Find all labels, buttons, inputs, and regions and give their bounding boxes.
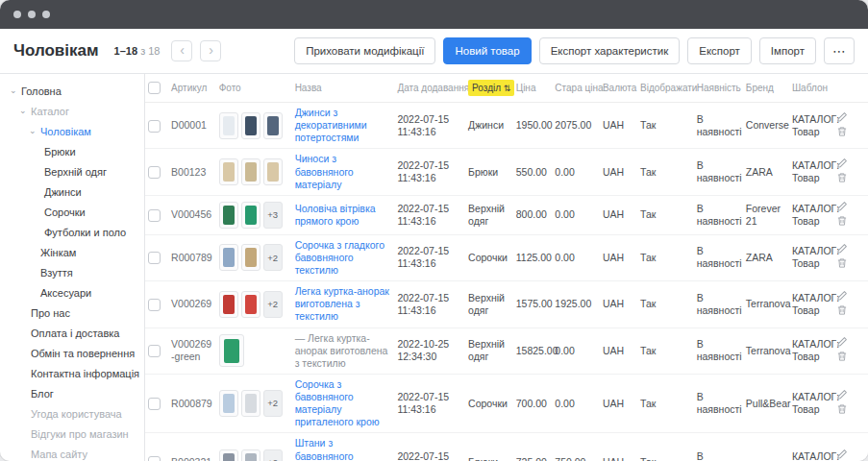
product-photo[interactable] [263,158,283,185]
delete-button[interactable] [836,172,848,183]
sidebar-item[interactable]: ⌄ Оплата і доставка [0,323,144,343]
product-name-link[interactable]: Сорочка з бавовняного матеріалу притален… [295,378,392,429]
product-photo[interactable] [219,244,238,271]
edit-button[interactable] [836,201,848,212]
edit-button[interactable] [836,158,848,169]
product-photo[interactable] [219,112,238,139]
delete-button[interactable] [836,215,848,227]
product-photo[interactable] [241,158,260,185]
table-body: D00001 Джинси з декоративними потертостя… [145,103,868,461]
more-photos-badge[interactable]: +2 [263,291,283,318]
delete-button[interactable] [836,403,848,415]
more-actions-button[interactable]: ⋯ [824,37,855,64]
sidebar-item-label: Сорочки [44,206,86,218]
sidebar-item[interactable]: ⌄ Сорочки [0,202,144,222]
window-minimize-button[interactable] [28,11,36,18]
product-photo[interactable] [263,112,283,139]
product-name-link[interactable]: — Легка куртка-анорак виготовлена з текс… [295,332,392,370]
sidebar-item[interactable]: ⌄ Брюки [0,141,144,161]
sidebar-item[interactable]: ⌄ Чоловікам [0,121,144,141]
product-display-flag: Так [640,252,656,263]
product-photo[interactable] [241,244,260,271]
sidebar-item[interactable]: ⌄ Жінкам [0,242,144,262]
sidebar-item[interactable]: ⌄ Блог [0,383,144,403]
product-photo[interactable] [241,449,260,461]
edit-button[interactable] [836,290,848,302]
prev-page-button[interactable]: ‹ [171,40,192,61]
sidebar-item[interactable]: ⌄ Мапа сайту [0,444,144,461]
edit-button[interactable] [836,243,848,255]
select-all-checkbox[interactable] [148,82,161,94]
product-photo[interactable] [241,202,260,229]
row-checkbox[interactable] [148,299,161,311]
product-photo[interactable] [241,112,260,139]
export-characteristics-button[interactable]: Експорт характеристик [539,37,681,64]
import-button[interactable]: Імпорт [759,37,816,64]
product-name-link[interactable]: Чоловіча вітрівка прямого крою [295,203,392,228]
product-name-link[interactable]: Чиноси з бавовняного матеріалу [295,153,392,190]
sidebar-item[interactable]: ⌄ Джинси [0,182,144,202]
row-checkbox[interactable] [148,252,161,264]
product-photo[interactable] [219,291,238,318]
product-name-link[interactable]: Джинси з декоративними потертостями [295,107,392,144]
product-photo[interactable] [241,291,260,318]
product-photo[interactable] [219,390,238,417]
col-currency[interactable]: Валюта [600,74,637,103]
col-template[interactable]: Шаблон [789,74,833,103]
col-section[interactable]: Розділ ⇅ [465,74,513,103]
edit-button[interactable] [836,336,848,348]
product-photo[interactable] [219,334,244,367]
next-page-button[interactable]: › [200,40,221,61]
sidebar-item[interactable]: ⌄ Відгуки про магазин [0,424,144,444]
col-sku[interactable]: Артикул [168,74,216,103]
col-old-price[interactable]: Стара ціна [552,74,600,103]
hide-modifications-button[interactable]: Приховати модифікації [294,37,435,64]
product-old-price: 750.00 [555,456,585,461]
more-photos-badge[interactable]: +3 [263,202,283,229]
product-photo[interactable] [241,390,260,417]
window-close-button[interactable] [13,11,21,18]
row-checkbox[interactable] [148,456,161,461]
more-photos-badge[interactable]: +2 [263,244,283,271]
delete-button[interactable] [836,126,848,137]
product-photo[interactable] [219,449,238,461]
product-name-link[interactable]: Сорочка з гладкого бавовняного текстилю [295,239,392,277]
edit-button[interactable] [836,111,848,123]
product-name-link[interactable]: Штани з бавовняного матеріалу прямого кр… [295,437,392,461]
sidebar-item[interactable]: ⌄ Аксесуари [0,282,144,303]
sidebar-item[interactable]: ⌄ Контактна інформація [0,363,144,383]
sidebar-item[interactable]: ⌄ Верхній одяг [0,161,144,182]
product-photo[interactable] [219,202,238,229]
delete-button[interactable] [836,304,848,316]
delete-button[interactable] [836,351,848,362]
export-button[interactable]: Експорт [687,37,752,64]
new-product-button[interactable]: Новий товар [443,37,531,64]
row-checkbox[interactable] [148,120,161,133]
row-checkbox[interactable] [148,398,161,410]
col-name[interactable]: Назва [292,74,395,103]
row-checkbox[interactable] [148,209,161,222]
sidebar-item[interactable]: ⌄ Каталог [0,101,144,121]
sidebar-item[interactable]: ⌄ Футболки и поло [0,222,144,242]
product-photo[interactable] [219,158,238,185]
more-photos-badge[interactable]: +2 [263,390,283,417]
sidebar-item[interactable]: ⌄ Про нас [0,303,144,323]
col-availability[interactable]: Наявність [694,74,743,103]
sidebar-item[interactable]: ⌄ Угода користувача [0,403,144,424]
col-display[interactable]: Відображати [637,74,694,103]
col-date-added[interactable]: Дата додавання [394,74,465,103]
row-checkbox[interactable] [148,345,161,357]
sidebar-item[interactable]: ⌄ Взуття [0,262,144,282]
sidebar-item[interactable]: ⌄ Обмін та повернення [0,343,144,363]
product-name-link[interactable]: Легка куртка-анорак виготовлена з тексти… [295,285,392,323]
col-price[interactable]: Ціна [513,74,553,103]
col-brand[interactable]: Бренд [743,74,789,103]
edit-button[interactable] [836,449,848,460]
pagination-total: з 18 [140,45,160,57]
more-photos-badge[interactable]: +2 [263,449,283,461]
row-checkbox[interactable] [148,166,161,179]
delete-button[interactable] [836,257,848,269]
window-maximize-button[interactable] [42,11,50,18]
sidebar-item[interactable]: ⌄ Головна [0,81,144,101]
edit-button[interactable] [836,389,848,400]
